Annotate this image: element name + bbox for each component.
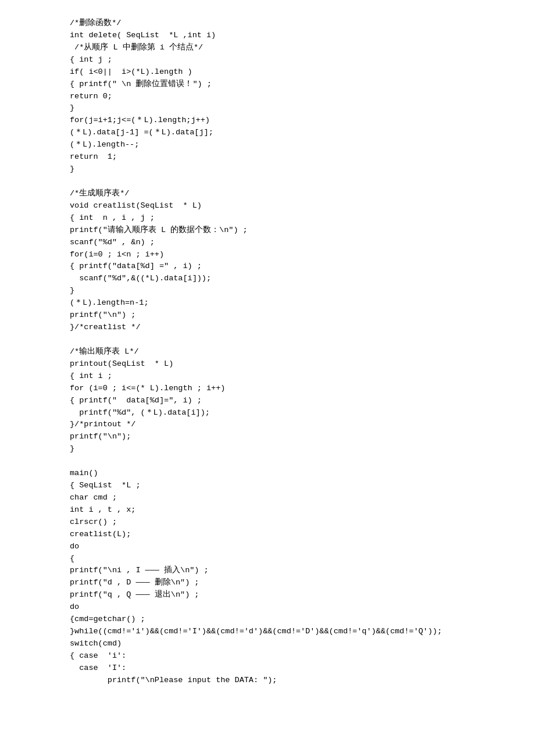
- code-content: /*删除函数*/ int delete( SeqList *L ,int i) …: [70, 17, 512, 687]
